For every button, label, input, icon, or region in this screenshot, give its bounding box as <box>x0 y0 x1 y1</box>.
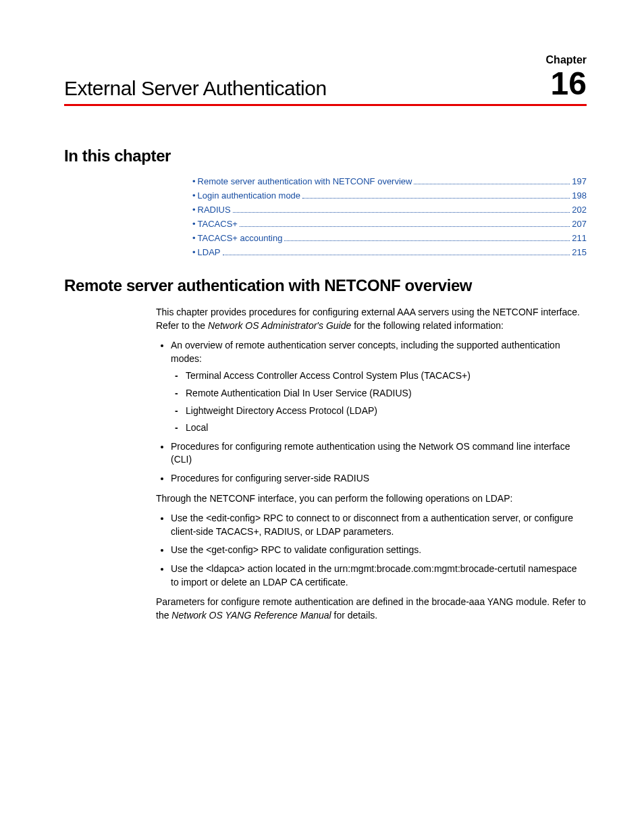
book-title: Network OS YANG Reference Manual <box>171 610 331 621</box>
table-of-contents: • Remote server authentication with NETC… <box>192 176 587 257</box>
list-item: Terminal Access Controller Access Contro… <box>186 369 587 383</box>
toc-item: • TACACS+ accounting 211 <box>192 233 587 243</box>
toc-link[interactable]: Login authentication mode <box>198 190 301 201</box>
toc-page[interactable]: 197 <box>572 176 587 186</box>
list-item: Use the <ldapca> action located in the u… <box>171 563 587 589</box>
text: An overview of remote authentication ser… <box>171 340 560 364</box>
list-item: Procedures for configuring remote authen… <box>171 440 587 467</box>
netconf-ops-list: Use the <edit-config> RPC to connect to … <box>156 512 587 589</box>
text: for details. <box>331 610 377 621</box>
toc-leader <box>233 205 570 213</box>
list-item: Lightweight Directory Access Protocol (L… <box>186 405 587 418</box>
bullet-icon: • <box>192 247 196 257</box>
toc-item: • TACACS+ 207 <box>192 219 587 229</box>
toc-leader <box>302 191 570 199</box>
toc-leader <box>240 219 570 227</box>
chapter-number: 16 <box>551 68 587 100</box>
bullet-icon: • <box>192 233 196 243</box>
toc-page[interactable]: 211 <box>572 233 587 243</box>
heading-remote-overview: Remote server authentication with NETCON… <box>64 276 587 295</box>
toc-leader <box>223 248 570 255</box>
list-item: Use the <get-config> RPC to validate con… <box>171 544 587 557</box>
book-title: Network OS Administrator's Guide <box>208 320 351 331</box>
bullet-icon: • <box>192 176 196 186</box>
toc-page[interactable]: 207 <box>572 219 587 229</box>
bullet-icon: • <box>192 219 196 229</box>
list-item: Use the <edit-config> RPC to connect to … <box>171 512 587 538</box>
toc-item: • LDAP 215 <box>192 247 587 257</box>
toc-page[interactable]: 215 <box>572 247 587 257</box>
list-item: Local <box>186 421 587 435</box>
toc-link[interactable]: Remote server authentication with NETCON… <box>198 176 412 186</box>
list-item: An overview of remote authentication ser… <box>171 339 587 435</box>
chapter-title: External Server Authentication <box>64 77 327 100</box>
toc-leader <box>284 234 570 241</box>
heading-in-this-chapter: In this chapter <box>64 147 587 165</box>
toc-item: • RADIUS 202 <box>192 205 587 215</box>
toc-link[interactable]: LDAP <box>198 247 221 257</box>
related-info-list: An overview of remote authentication ser… <box>156 339 587 485</box>
body-content: This chapter provides procedures for con… <box>156 306 587 622</box>
auth-modes-list: Terminal Access Controller Access Contro… <box>171 369 587 434</box>
document-page: Chapter External Server Authentication 1… <box>0 0 644 834</box>
bullet-icon: • <box>192 190 196 201</box>
chapter-header: External Server Authentication 16 <box>64 68 587 100</box>
toc-page[interactable]: 198 <box>572 190 587 201</box>
toc-page[interactable]: 202 <box>572 205 587 215</box>
toc-link[interactable]: TACACS+ accounting <box>198 233 283 243</box>
closing-paragraph: Parameters for configure remote authenti… <box>156 596 587 622</box>
netconf-intro: Through the NETCONF interface, you can p… <box>156 492 587 506</box>
toc-item: • Login authentication mode 198 <box>192 190 587 201</box>
header-rule <box>64 104 587 106</box>
intro-paragraph: This chapter provides procedures for con… <box>156 306 587 332</box>
bullet-icon: • <box>192 205 196 215</box>
toc-link[interactable]: RADIUS <box>198 205 231 215</box>
toc-link[interactable]: TACACS+ <box>198 219 238 229</box>
list-item: Remote Authentication Dial In User Servi… <box>186 387 587 400</box>
toc-leader <box>414 177 570 184</box>
chapter-label: Chapter <box>64 54 587 66</box>
toc-item: • Remote server authentication with NETC… <box>192 176 587 186</box>
text: for the following related information: <box>351 320 504 331</box>
list-item: Procedures for configuring server-side R… <box>171 472 587 486</box>
